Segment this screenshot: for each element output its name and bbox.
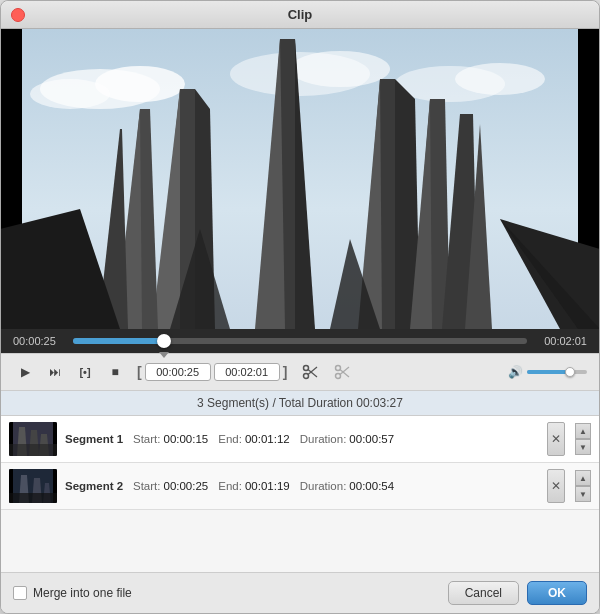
segment-item: Segment 2 Start: 00:00:25 End: 00:01:19 … [1, 463, 599, 510]
segment-1-info: Segment 1 Start: 00:00:15 End: 00:01:12 … [65, 433, 539, 445]
segment-1-thumb [9, 422, 57, 456]
segments-list: Segment 1 Start: 00:00:15 End: 00:01:12 … [1, 416, 599, 572]
segment-2-thumb [9, 469, 57, 503]
segment-2-end: End: 00:01:19 [218, 480, 289, 492]
close-button[interactable] [11, 8, 25, 22]
svg-point-32 [304, 374, 309, 379]
segment-2-delete[interactable]: ✕ [547, 469, 565, 503]
time-out-input[interactable] [214, 363, 280, 381]
segment-1-start: Start: 00:00:15 [133, 433, 208, 445]
footer-bar: Merge into one file Cancel OK [1, 572, 599, 613]
segment-2-scroll: ▲ ▼ [575, 470, 591, 502]
svg-point-36 [336, 374, 341, 379]
ok-button[interactable]: OK [527, 581, 587, 605]
window-title: Clip [288, 7, 313, 22]
step-forward-button[interactable]: ⏭ [43, 360, 67, 384]
segment-2-start: Start: 00:00:25 [133, 480, 208, 492]
svg-point-31 [304, 366, 309, 371]
volume-slider[interactable] [527, 370, 587, 374]
stop-icon: ■ [111, 365, 118, 379]
play-button[interactable]: ▶ [13, 360, 37, 384]
clip-icon: [•] [79, 366, 90, 378]
controls-bar: ▶ ⏭ [•] ■ [ ] [1, 353, 599, 391]
time-input-group: [ ] [137, 363, 287, 381]
time-total: 00:02:01 [535, 335, 587, 347]
svg-point-3 [30, 79, 110, 109]
stop-button[interactable]: ■ [103, 360, 127, 384]
bracket-close: ] [283, 364, 288, 380]
svg-rect-45 [9, 444, 57, 456]
svg-point-7 [455, 63, 545, 95]
cut-icon[interactable] [329, 361, 355, 383]
cancel-button[interactable]: Cancel [448, 581, 519, 605]
time-current: 00:00:25 [13, 335, 65, 347]
segment-2-scroll-down[interactable]: ▼ [575, 486, 591, 502]
progress-thumb[interactable] [157, 334, 171, 348]
volume-thumb[interactable] [565, 367, 575, 377]
svg-point-35 [336, 366, 341, 371]
segment-1-duration: Duration: 00:00:57 [300, 433, 394, 445]
segment-item: Segment 1 Start: 00:00:15 End: 00:01:12 … [1, 416, 599, 463]
segment-1-scroll: ▲ ▼ [575, 423, 591, 455]
volume-area: 🔊 [508, 365, 587, 379]
play-icon: ▶ [21, 365, 30, 379]
segment-2-scroll-up[interactable]: ▲ [575, 470, 591, 486]
svg-point-5 [290, 51, 390, 87]
time-in-input[interactable] [145, 363, 211, 381]
main-window: Clip [0, 0, 600, 614]
segment-1-scroll-down[interactable]: ▼ [575, 439, 591, 455]
segments-info: 3 Segment(s) / Total Duration 00:03:27 [1, 391, 599, 416]
timeline-bar: 00:00:25 00:02:01 [1, 329, 599, 353]
scissors-icon[interactable] [297, 361, 323, 383]
footer-buttons: Cancel OK [448, 581, 587, 605]
merge-checkbox[interactable] [13, 586, 27, 600]
clip-button[interactable]: [•] [73, 360, 97, 384]
segment-1-delete[interactable]: ✕ [547, 422, 565, 456]
segment-1-name: Segment 1 [65, 433, 133, 445]
video-frame [1, 29, 599, 329]
video-player [1, 29, 599, 329]
segment-2-info: Segment 2 Start: 00:00:25 End: 00:01:19 … [65, 480, 539, 492]
playhead-marker [159, 352, 169, 358]
svg-rect-53 [9, 493, 57, 503]
segment-2-duration: Duration: 00:00:54 [300, 480, 394, 492]
segment-1-scroll-up[interactable]: ▲ [575, 423, 591, 439]
progress-fill [73, 338, 164, 344]
merge-checkbox-area: Merge into one file [13, 586, 132, 600]
progress-track[interactable] [73, 338, 527, 344]
volume-fill [527, 370, 569, 374]
volume-icon: 🔊 [508, 365, 523, 379]
bracket-open: [ [137, 364, 142, 380]
segment-2-name: Segment 2 [65, 480, 133, 492]
merge-label[interactable]: Merge into one file [33, 586, 132, 600]
segment-1-end: End: 00:01:12 [218, 433, 289, 445]
step-forward-icon: ⏭ [49, 365, 61, 379]
segments-count-text: 3 Segment(s) / Total Duration 00:03:27 [197, 396, 403, 410]
titlebar: Clip [1, 1, 599, 29]
